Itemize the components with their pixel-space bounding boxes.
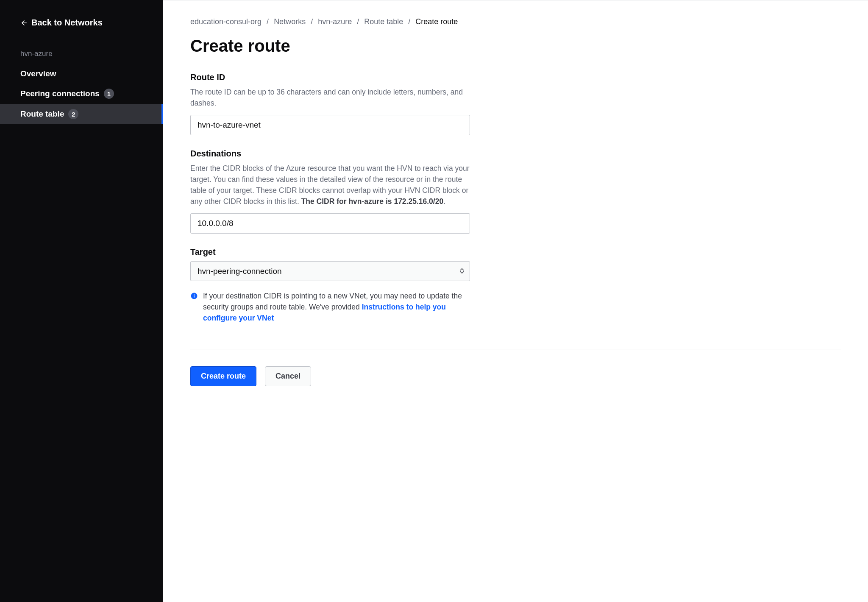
destinations-section: Destinations Enter the CIDR blocks of th…: [190, 149, 470, 234]
destinations-input[interactable]: [190, 213, 470, 234]
info-icon: [190, 292, 198, 303]
main-content: education-consul-org / Networks / hvn-az…: [163, 0, 868, 602]
route-id-label: Route ID: [190, 72, 470, 82]
target-label: Target: [190, 247, 470, 257]
breadcrumb-item-networks[interactable]: Networks: [274, 17, 306, 26]
breadcrumb-separator: /: [267, 17, 269, 26]
back-link-label: Back to Networks: [31, 18, 103, 28]
breadcrumb-separator: /: [311, 17, 313, 26]
arrow-left-icon: [20, 19, 28, 27]
button-row: Create route Cancel: [190, 366, 841, 386]
target-select-wrapper: hvn-peering-connection: [190, 261, 470, 281]
cancel-button[interactable]: Cancel: [265, 366, 311, 386]
breadcrumb-separator: /: [408, 17, 410, 26]
breadcrumb-separator: /: [357, 17, 359, 26]
info-callout: If your destination CIDR is pointing to …: [190, 290, 470, 324]
info-text: If your destination CIDR is pointing to …: [203, 290, 470, 324]
count-badge: 1: [104, 89, 114, 99]
svg-rect-2: [194, 295, 195, 297]
target-select[interactable]: hvn-peering-connection: [190, 261, 470, 281]
destinations-description: Enter the CIDR blocks of the Azure resou…: [190, 163, 470, 207]
sidebar-item-label: Overview: [20, 69, 56, 78]
create-route-button[interactable]: Create route: [190, 366, 256, 386]
destinations-label: Destinations: [190, 149, 470, 159]
breadcrumb-item-current: Create route: [415, 17, 458, 26]
divider: [190, 349, 841, 349]
sidebar-item-label: Route table: [20, 109, 64, 119]
page-title: Create route: [190, 36, 841, 56]
svg-rect-3: [194, 294, 195, 295]
sidebar-network-heading: hvn-azure: [0, 33, 163, 64]
breadcrumb-item-hvn[interactable]: hvn-azure: [318, 17, 352, 26]
route-id-section: Route ID The route ID can be up to 36 ch…: [190, 72, 470, 135]
sidebar-item-route-table[interactable]: Route table 2: [0, 104, 163, 124]
route-id-input[interactable]: [190, 115, 470, 135]
route-id-description: The route ID can be up to 36 characters …: [190, 86, 470, 109]
back-to-networks-link[interactable]: Back to Networks: [0, 13, 163, 33]
sidebar-item-label: Peering connections: [20, 89, 100, 98]
breadcrumb-item-route-table[interactable]: Route table: [364, 17, 403, 26]
count-badge: 2: [68, 109, 78, 119]
sidebar: Back to Networks hvn-azure Overview Peer…: [0, 0, 163, 602]
sidebar-item-overview[interactable]: Overview: [0, 64, 163, 84]
sidebar-item-peering-connections[interactable]: Peering connections 1: [0, 84, 163, 104]
breadcrumb: education-consul-org / Networks / hvn-az…: [190, 17, 841, 26]
target-section: Target hvn-peering-connection If your de…: [190, 247, 470, 324]
breadcrumb-item-org[interactable]: education-consul-org: [190, 17, 262, 26]
